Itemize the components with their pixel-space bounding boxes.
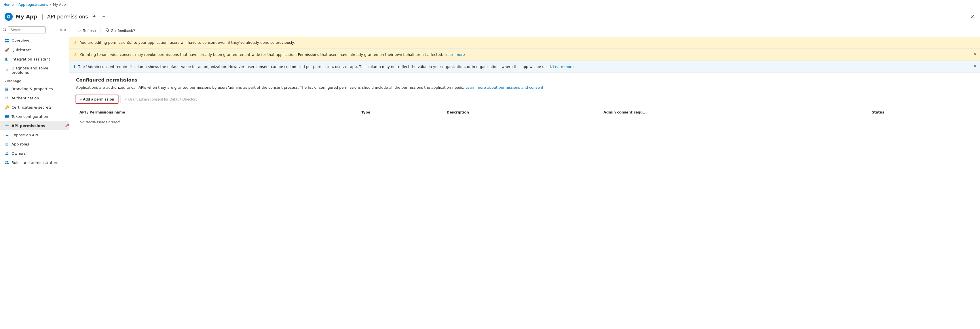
- breadcrumb-home[interactable]: Home: [3, 3, 14, 6]
- info-learn-more-link[interactable]: Learn more: [553, 64, 573, 69]
- content-toolbar: Refresh Got feedback?: [69, 24, 980, 37]
- breadcrumb-app-registrations[interactable]: App registrations: [18, 3, 48, 6]
- alert-info-close-button[interactable]: ✕: [973, 64, 977, 68]
- sidebar-controls[interactable]: ⇅ «: [60, 28, 66, 32]
- sidebar-item-authentication-label: Authentication: [11, 96, 39, 100]
- alert-warning-2-text: Granting tenant-wide consent may revoke …: [80, 52, 975, 57]
- col-type: Type: [358, 108, 443, 117]
- sidebar-item-diagnose[interactable]: ✕ Diagnose and solve problems: [0, 64, 69, 77]
- sidebar-item-app-roles[interactable]: ⊞ App roles: [0, 139, 69, 149]
- token-icon: [5, 114, 9, 119]
- sidebar-item-branding[interactable]: ▦ Branding & properties: [0, 84, 69, 93]
- sidebar-item-api-label: API permissions: [11, 124, 45, 128]
- breadcrumb: Home › App registrations › My App: [3, 3, 66, 6]
- pin-button[interactable]: [91, 14, 97, 20]
- toolbar-divider: [100, 28, 101, 34]
- sidebar-item-integration-label: Integration assistant: [11, 57, 50, 61]
- xcircle-icon: ✕: [5, 68, 9, 73]
- table-header-row: API / Permissions name Type Description …: [76, 108, 973, 117]
- page-title: API permissions: [47, 14, 88, 19]
- col-api-name: API / Permissions name: [76, 108, 358, 117]
- sidebar: ⇅ « Overview 🚀 Quickstart Integration as…: [0, 24, 69, 329]
- puzzle-icon: [5, 57, 9, 61]
- grant-consent-button[interactable]: ✓ Grant admin consent for Default Direct…: [120, 95, 201, 104]
- search-input[interactable]: [8, 27, 46, 34]
- sidebar-item-roles-label: Roles and administrators: [11, 160, 58, 165]
- svg-rect-5: [7, 39, 9, 40]
- manage-section-header[interactable]: ▾ Manage: [0, 77, 69, 84]
- sidebar-item-api-permissions[interactable]: API permissions ↗: [0, 121, 69, 130]
- warning-icon-1: ⚠: [74, 40, 78, 45]
- warning-icon-2: ⚠: [74, 53, 78, 57]
- learn-more-link[interactable]: Learn more about permissions and consent: [465, 85, 543, 89]
- col-admin-consent: Admin consent requ...: [600, 108, 868, 117]
- refresh-icon: [77, 28, 81, 33]
- alert-2-close-button[interactable]: ✕: [973, 51, 977, 56]
- alert-info: ℹ The "Admin consent required" column sh…: [69, 61, 980, 73]
- sidebar-item-roles-admin[interactable]: Roles and administrators: [0, 158, 69, 167]
- section-title: Configured permissions: [76, 77, 973, 83]
- svg-rect-7: [7, 41, 9, 42]
- warning-2-learn-more-link[interactable]: Learn more: [444, 53, 465, 57]
- no-permissions-message: No permissions added: [76, 117, 973, 127]
- more-options-button[interactable]: [100, 14, 107, 20]
- sidebar-item-certs-label: Certificates & secrets: [11, 105, 52, 109]
- sidebar-item-integration[interactable]: Integration assistant: [0, 54, 69, 64]
- svg-rect-8: [5, 115, 6, 118]
- feedback-icon: [105, 28, 109, 33]
- sidebar-item-certs[interactable]: 🔑 Certificates & secrets: [0, 102, 69, 112]
- svg-rect-11: [8, 115, 9, 118]
- add-permission-button[interactable]: + Add a permission: [76, 95, 118, 104]
- feedback-button[interactable]: Got feedback?: [102, 27, 139, 35]
- feedback-label: Got feedback?: [111, 29, 135, 33]
- action-row: + Add a permission ✓ Grant admin consent…: [76, 95, 973, 104]
- sidebar-item-token-label: Token configuration: [11, 114, 48, 119]
- manage-section-label: Manage: [7, 79, 21, 83]
- grid-icon: [5, 38, 9, 43]
- svg-rect-4: [5, 39, 6, 40]
- refresh-label: Refresh: [83, 29, 96, 33]
- close-button[interactable]: [969, 14, 975, 20]
- sidebar-item-expose-api[interactable]: ☁ Expose an API: [0, 130, 69, 139]
- table-row: No permissions added: [76, 117, 973, 127]
- api-icon: [5, 123, 9, 128]
- sidebar-item-overview-label: Overview: [11, 38, 29, 43]
- sidebar-item-diagnose-label: Diagnose and solve problems: [11, 66, 64, 75]
- svg-rect-9: [6, 115, 7, 118]
- col-description: Description: [443, 108, 600, 117]
- collapse-icon[interactable]: «: [64, 28, 66, 32]
- key-icon: 🔑: [5, 105, 9, 109]
- breadcrumb-bar: Home › App registrations › My App: [0, 0, 980, 9]
- sidebar-item-authentication[interactable]: ⟳ Authentication: [0, 93, 69, 102]
- alert-info-text: The "Admin consent required" column show…: [78, 64, 975, 70]
- svg-rect-6: [5, 41, 6, 42]
- svg-point-1: [102, 16, 102, 17]
- sort-icon[interactable]: ⇅: [60, 28, 63, 32]
- svg-rect-10: [7, 115, 8, 118]
- permissions-section: Configured permissions Applications are …: [69, 73, 980, 132]
- app-logo: [5, 13, 13, 21]
- sidebar-item-expose-api-label: Expose an API: [11, 133, 38, 137]
- branding-icon: ▦: [5, 86, 9, 91]
- auth-icon: ⟳: [5, 96, 9, 100]
- permissions-table: API / Permissions name Type Description …: [76, 108, 973, 127]
- chevron-down-icon: ▾: [5, 80, 6, 83]
- sidebar-item-app-roles-label: App roles: [11, 142, 29, 146]
- sidebar-item-quickstart[interactable]: 🚀 Quickstart: [0, 45, 69, 54]
- rocket-icon: 🚀: [5, 48, 9, 52]
- approles-icon: ⊞: [5, 142, 9, 146]
- breadcrumb-current: My App: [53, 3, 66, 6]
- sidebar-item-owners[interactable]: Owners: [0, 149, 69, 158]
- grant-consent-label: ✓ Grant admin consent for Default Direct…: [124, 97, 197, 101]
- refresh-button[interactable]: Refresh: [74, 27, 99, 35]
- owners-icon: [5, 151, 9, 156]
- col-status: Status: [868, 108, 973, 117]
- alert-warning-2: ⚠ Granting tenant-wide consent may revok…: [69, 49, 980, 61]
- alert-warning-1-text: You are editing permission(s) to your ap…: [80, 40, 975, 46]
- sidebar-item-token[interactable]: Token configuration: [0, 112, 69, 121]
- sidebar-item-overview[interactable]: Overview: [0, 36, 69, 45]
- app-name: My App: [16, 14, 37, 19]
- main-content: Refresh Got feedback? ⚠ You are editing …: [69, 24, 980, 329]
- sidebar-item-quickstart-label: Quickstart: [11, 48, 31, 52]
- sidebar-item-owners-label: Owners: [11, 151, 25, 156]
